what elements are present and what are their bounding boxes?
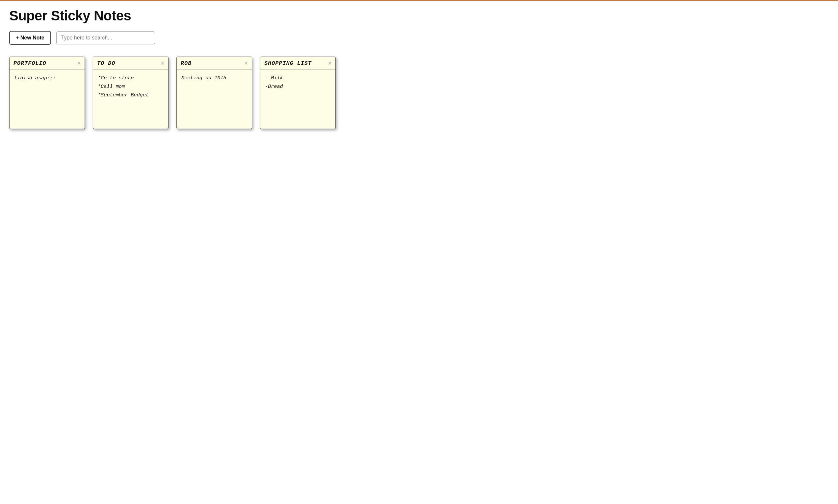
app-title: Super Sticky Notes: [9, 8, 829, 24]
note-title-note-2: To Do: [97, 60, 115, 67]
note-header-note-2: To Do×: [93, 57, 168, 69]
note-line: -Bread: [265, 83, 331, 91]
search-input[interactable]: [56, 31, 155, 44]
note-title-note-4: Shopping List: [264, 60, 312, 67]
note-title-note-3: Rob: [181, 60, 192, 67]
note-body-note-3: Meeting on 10/5: [177, 69, 252, 129]
page-border: [0, 0, 838, 1]
note-line: *Call mom: [98, 83, 164, 91]
note-header-note-1: PORTFOLIO×: [10, 57, 85, 69]
note-line: *Go to store: [98, 74, 164, 83]
note-close-button-note-3[interactable]: ×: [245, 60, 248, 67]
new-note-button[interactable]: + New Note: [9, 31, 51, 45]
note-line: finish asap!!!: [14, 74, 80, 83]
note-body-note-4: - Milk-Bread: [260, 69, 335, 129]
note-card-note-2: To Do×*Go to store*Call mom*September Bu…: [93, 57, 168, 129]
note-line: - Milk: [265, 74, 331, 83]
note-header-note-3: Rob×: [177, 57, 252, 69]
note-card-note-4: Shopping List×- Milk-Bread: [260, 57, 336, 129]
toolbar: + New Note: [9, 31, 829, 45]
note-card-note-3: Rob×Meeting on 10/5: [176, 57, 252, 129]
notes-container: PORTFOLIO×finish asap!!!To Do×*Go to sto…: [9, 57, 829, 129]
note-title-note-1: PORTFOLIO: [14, 60, 47, 67]
note-close-button-note-4[interactable]: ×: [328, 60, 332, 67]
note-close-button-note-1[interactable]: ×: [77, 60, 81, 67]
note-header-note-4: Shopping List×: [260, 57, 335, 69]
note-body-note-1: finish asap!!!: [10, 69, 85, 129]
note-close-button-note-2[interactable]: ×: [161, 60, 164, 67]
note-card-note-1: PORTFOLIO×finish asap!!!: [9, 57, 85, 129]
note-line: *September Budget: [98, 91, 164, 100]
note-line: Meeting on 10/5: [181, 74, 247, 83]
note-body-note-2: *Go to store*Call mom*September Budget: [93, 69, 168, 129]
